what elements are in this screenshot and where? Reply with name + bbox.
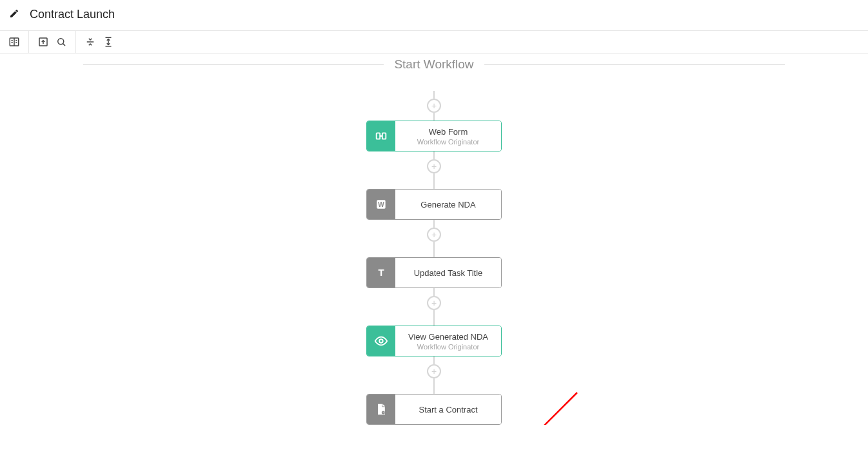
node-title: View Generated NDA <box>408 332 488 342</box>
add-step-button[interactable]: + <box>427 228 441 242</box>
workflow-flow: + Web Form Workflow Originator + W Gener <box>0 91 868 425</box>
workflow-node-updated-task-title[interactable]: T Updated Task Title <box>366 257 502 288</box>
eye-icon <box>367 326 395 356</box>
svg-text:T: T <box>378 267 384 278</box>
toggle-sidebar-button[interactable] <box>5 33 23 51</box>
expand-vertical-button[interactable] <box>99 33 117 51</box>
connector-line <box>433 378 435 394</box>
svg-rect-13 <box>382 133 386 139</box>
svg-point-18 <box>379 339 383 343</box>
connector-line <box>433 151 435 159</box>
connector-line <box>433 288 435 296</box>
contract-file-icon <box>367 395 395 424</box>
svg-line-8 <box>63 44 65 46</box>
node-body: View Generated NDA Workflow Originator <box>395 326 501 356</box>
connector-line <box>433 356 435 364</box>
search-button[interactable] <box>52 33 70 51</box>
connector-line <box>433 220 435 228</box>
toolbar <box>0 30 868 54</box>
add-step-button[interactable]: + <box>427 364 441 378</box>
node-title: Generate NDA <box>420 200 475 210</box>
add-step-button[interactable]: + <box>427 159 441 173</box>
node-title: Web Form <box>429 127 468 137</box>
node-body: Updated Task Title <box>395 258 501 288</box>
node-body: Generate NDA <box>395 190 501 219</box>
connector-line <box>433 310 435 326</box>
connector: + <box>427 220 441 257</box>
connector-line <box>433 242 435 257</box>
form-icon <box>367 121 395 151</box>
workflow-node-web-form[interactable]: Web Form Workflow Originator <box>366 121 502 151</box>
section-divider: Start Workflow <box>83 57 785 72</box>
svg-rect-12 <box>377 133 380 139</box>
connector-line <box>433 113 435 121</box>
workflow-node-view-generated-nda[interactable]: View Generated NDA Workflow Originator <box>366 326 502 356</box>
add-step-button[interactable]: + <box>427 99 441 113</box>
workflow-node-generate-nda[interactable]: W Generate NDA <box>366 189 502 220</box>
node-title: Start a Contract <box>419 405 477 414</box>
add-step-button[interactable]: + <box>427 296 441 310</box>
workflow-node-start-a-contract[interactable]: Start a Contract <box>366 394 502 425</box>
node-title: Updated Task Title <box>414 268 483 278</box>
node-body: Start a Contract <box>395 395 501 424</box>
node-body: Web Form Workflow Originator <box>395 121 501 151</box>
section-title: Start Workflow <box>384 57 484 72</box>
workflow-canvas: Start Workflow + Web Form Workflow Origi… <box>0 57 868 425</box>
header: Contract Launch <box>0 0 868 30</box>
word-doc-icon: W <box>367 190 395 219</box>
text-icon: T <box>367 258 395 288</box>
svg-text:W: W <box>378 201 384 208</box>
node-subtitle: Workflow Originator <box>417 343 479 351</box>
svg-point-19 <box>382 411 385 414</box>
connector-line <box>433 91 435 99</box>
edit-icon[interactable] <box>9 8 30 21</box>
connector: + <box>427 91 441 121</box>
svg-point-7 <box>58 39 64 44</box>
connector: + <box>427 356 441 394</box>
collapse-vertical-button[interactable] <box>81 33 99 51</box>
page-title: Contract Launch <box>30 8 115 21</box>
upload-button[interactable] <box>34 33 52 51</box>
node-subtitle: Workflow Originator <box>417 138 479 146</box>
connector: + <box>427 151 441 189</box>
connector-line <box>433 173 435 189</box>
connector: + <box>427 288 441 326</box>
